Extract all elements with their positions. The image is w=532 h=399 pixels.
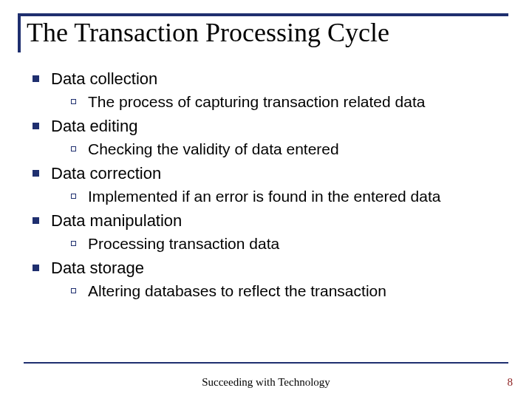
square-bullet-icon (33, 217, 39, 224)
list-item: Data collection (33, 69, 508, 90)
footer-text: Succeeding with Technology (0, 376, 532, 389)
square-bullet-icon (33, 265, 39, 271)
footer-divider (24, 362, 508, 364)
square-outline-bullet-icon (71, 241, 76, 246)
list-item: Data correction (33, 163, 508, 185)
slide: The Transaction Processing Cycle Data co… (0, 0, 532, 399)
list-item-label: Data collection (51, 69, 157, 90)
square-bullet-icon (33, 75, 39, 82)
list-subitem-label: Checking the validity of data entered (88, 139, 339, 159)
square-outline-bullet-icon (71, 288, 76, 293)
square-outline-bullet-icon (71, 146, 76, 151)
title-accent-border: The Transaction Processing Cycle (18, 13, 508, 52)
list-item: Data storage (33, 258, 508, 279)
square-outline-bullet-icon (71, 99, 76, 104)
list-subitem: Altering databases to reflect the transa… (71, 281, 508, 301)
square-bullet-icon (33, 170, 39, 177)
list-subitem: Implemented if an error is found in the … (71, 186, 508, 206)
list-subitem: The process of capturing transaction rel… (71, 92, 508, 112)
page-number: 8 (508, 376, 514, 389)
square-bullet-icon (33, 123, 39, 129)
list-subitem-label: Altering databases to reflect the transa… (88, 281, 386, 301)
list-subitem-label: Implemented if an error is found in the … (88, 186, 440, 206)
content-area: Data collection The process of capturing… (24, 52, 508, 300)
list-item: Data manipulation (33, 211, 508, 232)
list-item: Data editing (33, 116, 508, 137)
slide-title: The Transaction Processing Cycle (27, 18, 508, 52)
list-item-label: Data editing (51, 116, 137, 137)
list-subitem-label: The process of capturing transaction rel… (88, 92, 425, 112)
list-item-label: Data manipulation (51, 211, 182, 232)
list-item-label: Data correction (51, 163, 161, 185)
square-outline-bullet-icon (71, 194, 76, 199)
list-subitem: Processing transaction data (71, 233, 508, 253)
list-item-label: Data storage (51, 258, 144, 279)
list-subitem: Checking the validity of data entered (71, 139, 508, 159)
list-subitem-label: Processing transaction data (88, 233, 279, 253)
